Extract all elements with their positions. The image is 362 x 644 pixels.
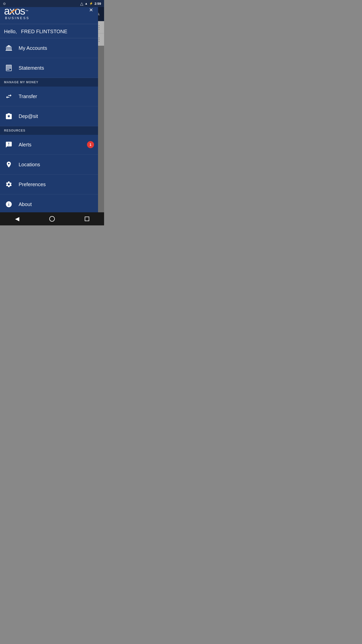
- hello-greeting: Hello, FRED FLINTSTONE: [4, 29, 67, 34]
- sidebar-item-my-accounts[interactable]: My Accounts: [0, 38, 98, 58]
- navigation-drawer: a x os ™ BUSINESS × Hello, FRED FLINTSTO…: [0, 0, 98, 225]
- alerts-badge: 1: [87, 141, 94, 148]
- gear-icon: [4, 180, 14, 189]
- sidebar-item-preferences[interactable]: Preferences: [0, 175, 98, 194]
- home-circle-icon: [49, 216, 55, 222]
- section-resources: RESOURCES: [0, 126, 98, 135]
- battery-icon: ⚡: [89, 2, 93, 5]
- sidebar-item-deposit[interactable]: Dep@sit: [0, 106, 98, 126]
- bottom-nav-bar: ◀: [0, 212, 104, 225]
- sidebar-item-locations[interactable]: Locations: [0, 155, 98, 175]
- hello-section: Hello, FRED FLINTSTONE: [0, 24, 98, 38]
- about-label: About: [19, 202, 32, 207]
- logo-x-accent: [9, 7, 18, 16]
- preferences-label: Preferences: [19, 182, 46, 187]
- logo-business: BUSINESS: [5, 16, 30, 20]
- recents-square-icon: [85, 217, 89, 221]
- alerts-label: Alerts: [19, 142, 31, 148]
- sidebar-item-statements[interactable]: Statements: [0, 58, 98, 78]
- alert-icon: [4, 140, 14, 149]
- signal-strength-icon: ▲: [85, 2, 88, 5]
- locations-label: Locations: [19, 162, 40, 168]
- location-icon: [4, 160, 14, 169]
- info-icon: [4, 199, 14, 209]
- section-manage-money: MANAGE MY MONEY: [0, 78, 98, 87]
- document-icon: [4, 63, 14, 73]
- deposit-label: Dep@sit: [19, 113, 38, 119]
- sidebar-item-alerts[interactable]: Alerts 1: [0, 135, 98, 155]
- bank-icon: [4, 43, 14, 53]
- sidebar-item-about[interactable]: About: [0, 194, 98, 214]
- status-bar: ⊙ △ ▲ ⚡ 2:59: [0, 0, 104, 7]
- transfer-label: Transfer: [19, 94, 37, 99]
- transfer-icon: [4, 92, 14, 101]
- menu-list: My Accounts Statements MANAGE MY MONEY T…: [0, 38, 98, 225]
- time-display: 2:59: [95, 2, 101, 6]
- logo-tm: ™: [25, 9, 28, 13]
- camera-icon: [4, 111, 14, 121]
- my-accounts-label: My Accounts: [19, 45, 47, 51]
- status-left: ⊙: [3, 2, 6, 6]
- home-button[interactable]: [43, 214, 61, 224]
- wifi-icon: △: [80, 1, 83, 6]
- svg-line-0: [10, 9, 17, 13]
- status-right: △ ▲ ⚡ 2:59: [80, 1, 101, 6]
- sidebar-item-transfer[interactable]: Transfer: [0, 87, 98, 106]
- recents-button[interactable]: [79, 215, 95, 223]
- logo: a x os ™ BUSINESS: [4, 5, 30, 20]
- statements-label: Statements: [19, 65, 44, 71]
- signal-icon: ⊙: [3, 2, 6, 6]
- back-button[interactable]: ◀: [9, 214, 25, 224]
